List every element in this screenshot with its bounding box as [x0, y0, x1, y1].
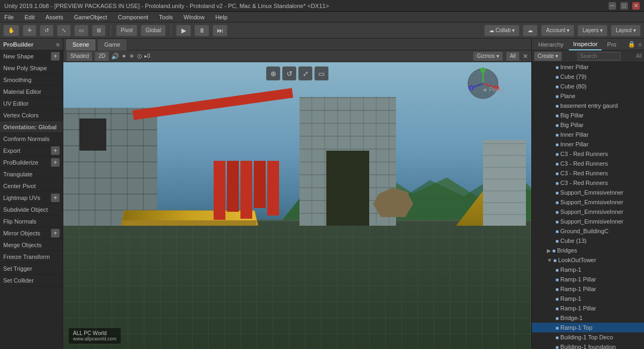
- move-tool[interactable]: ✛: [23, 25, 36, 36]
- rotate-tool[interactable]: ↺: [40, 25, 54, 36]
- transform-tool[interactable]: ⊞: [92, 25, 106, 36]
- hier-cube-13[interactable]: ■ Cube (13): [532, 236, 644, 246]
- hier-support-emm-1[interactable]: ■ Support_EmmisiveInner: [532, 188, 644, 197]
- tab-scene[interactable]: Scene: [65, 39, 96, 50]
- cloud-button[interactable]: ☁: [523, 25, 538, 36]
- menu-file[interactable]: File: [2, 14, 16, 20]
- pb-uv-editor[interactable]: UV Editor: [0, 98, 63, 109]
- scene-lighting-icon[interactable]: ☀: [129, 53, 135, 60]
- vp-tool-rotate[interactable]: ↺: [282, 66, 296, 80]
- pb-new-shape-plus[interactable]: +: [51, 52, 60, 61]
- hier-inner-pillar-2[interactable]: ■ Inner Pillar: [532, 130, 644, 139]
- hier-c3-runners-1[interactable]: ■ C3 - Red Runners: [532, 149, 644, 159]
- hier-bridges[interactable]: ▶ ■ Bridges: [532, 246, 644, 255]
- pb-freeze-transform[interactable]: Freeze Transform: [0, 251, 63, 263]
- hier-ramp-1-top[interactable]: ■ Ramp-1 Top: [532, 323, 644, 332]
- vp-tool-move[interactable]: ⊕: [266, 66, 280, 80]
- pb-set-collider[interactable]: Set Collider: [0, 274, 63, 286]
- pb-triangulate[interactable]: Triangulate: [0, 168, 63, 180]
- rect-tool[interactable]: ▭: [74, 25, 89, 36]
- hier-bridge-1[interactable]: ■ Bridge-1: [532, 313, 644, 323]
- tab-pro[interactable]: Pro: [603, 39, 620, 50]
- pb-merge-objects[interactable]: Merge Objects: [0, 239, 63, 251]
- audio-icon[interactable]: 🔊: [111, 53, 119, 60]
- fx-icon[interactable]: ✦: [121, 53, 127, 60]
- account-button[interactable]: Account ▾: [541, 25, 574, 36]
- pb-mirror-plus[interactable]: +: [51, 229, 60, 237]
- hier-plane[interactable]: ■ Plane: [532, 91, 644, 101]
- layers-button[interactable]: Layers ▾: [577, 25, 608, 36]
- gizmos-button[interactable]: Gizmos ▾: [473, 51, 503, 61]
- hier-support-emm-4[interactable]: ■ Support_EmmisiveInner: [532, 217, 644, 226]
- hier-ramp-1-b[interactable]: ■ Ramp-1: [532, 294, 644, 303]
- menu-window[interactable]: Window: [181, 14, 207, 20]
- close-button[interactable]: ✕: [632, 2, 640, 10]
- pb-export-plus[interactable]: +: [51, 146, 60, 155]
- hier-ramp-1-pillar-3[interactable]: ■ Ramp-1 Pillar: [532, 303, 644, 313]
- panel-lock-icon[interactable]: 🔒: [628, 41, 635, 48]
- pb-lightmap-uvs[interactable]: Lightmap UVs +: [0, 192, 63, 204]
- sky-icon[interactable]: ⊙: [137, 53, 142, 60]
- pb-export[interactable]: Export +: [0, 145, 63, 157]
- step-button[interactable]: ⏭: [213, 25, 228, 36]
- pb-lightmap-plus[interactable]: +: [51, 194, 60, 202]
- shaded-button[interactable]: Shaded: [67, 51, 92, 61]
- pb-conform-normals[interactable]: Conform Normals: [0, 133, 63, 145]
- menu-assets[interactable]: Assets: [43, 14, 65, 20]
- pivot-button[interactable]: Pivot: [116, 25, 137, 36]
- hierarchy-search[interactable]: [577, 52, 620, 61]
- hier-lookout-tower[interactable]: ▼ ■ LookOutTower: [532, 255, 644, 265]
- pb-probuilderize[interactable]: ProBuilderize +: [0, 157, 63, 168]
- pb-set-trigger[interactable]: Set Trigger: [0, 263, 63, 274]
- pb-center-pivot[interactable]: Center Pivot: [0, 180, 63, 192]
- play-button[interactable]: ▶: [176, 25, 191, 36]
- tab-inspector[interactable]: Inspector: [569, 39, 602, 50]
- hier-c3-runners-2[interactable]: ■ C3 - Red Runners: [532, 159, 644, 168]
- 2d-button[interactable]: 2D: [94, 51, 109, 61]
- pb-orientation[interactable]: Orientation: Global: [0, 121, 63, 133]
- hier-support-emm-3[interactable]: ■ Support_EmmisiveInner: [532, 207, 644, 217]
- menu-component[interactable]: Component: [115, 14, 150, 20]
- maximize-button[interactable]: □: [620, 2, 628, 10]
- hier-ramp-1[interactable]: ■ Ramp-1: [532, 265, 644, 274]
- pb-probuilderize-plus[interactable]: +: [51, 158, 60, 167]
- collab-button[interactable]: ☁ Collab ▾: [484, 25, 520, 36]
- vp-tool-scale[interactable]: ⤢: [298, 66, 312, 80]
- hier-big-pillar-2[interactable]: ■ Big Pillar: [532, 120, 644, 130]
- pb-flip-normals[interactable]: Flip Normals: [0, 216, 63, 227]
- menu-edit[interactable]: Edit: [23, 14, 37, 20]
- pb-new-shape[interactable]: New Shape +: [0, 50, 63, 62]
- hier-ramp-1-pillar-2[interactable]: ■ Ramp-1 Pillar: [532, 284, 644, 294]
- scene-close-button[interactable]: ✕: [523, 53, 528, 60]
- hier-cube-79[interactable]: ■ Cube (79): [532, 72, 644, 81]
- menu-gameobject[interactable]: GameObject: [72, 14, 109, 20]
- all-filter-label[interactable]: All: [636, 53, 642, 59]
- tab-hierarchy[interactable]: Hierarchy: [534, 39, 568, 50]
- all-button[interactable]: All: [506, 51, 519, 61]
- hier-ramp-1-pillar-1[interactable]: ■ Ramp-1 Pillar: [532, 274, 644, 284]
- hier-c3-runners-4[interactable]: ■ C3 - Red Runners: [532, 178, 644, 188]
- menu-tools[interactable]: Tools: [157, 14, 175, 20]
- layout-button[interactable]: Layout ▾: [611, 25, 641, 36]
- hier-inner-pillar-3[interactable]: ■ Inner Pillar: [532, 139, 644, 149]
- hier-big-pillar-1[interactable]: ■ Big Pillar: [532, 110, 644, 120]
- pb-smoothing[interactable]: Smoothing: [0, 74, 63, 86]
- vp-tool-rect[interactable]: ▭: [314, 66, 328, 80]
- hier-c3-runners-3[interactable]: ■ C3 - Red Runners: [532, 168, 644, 178]
- hier-cube-80[interactable]: ■ Cube (80): [532, 81, 644, 91]
- menu-help[interactable]: Help: [213, 14, 230, 20]
- pb-subdivide[interactable]: Subdivide Object: [0, 204, 63, 216]
- pb-material-editor[interactable]: Material Editor: [0, 86, 63, 98]
- global-button[interactable]: Global: [141, 25, 166, 36]
- tab-game[interactable]: Game: [97, 39, 127, 50]
- minimize-button[interactable]: ─: [609, 2, 616, 10]
- hand-tool[interactable]: ✋: [3, 25, 19, 36]
- scale-tool[interactable]: ⤡: [57, 25, 71, 36]
- hier-building-top-deco[interactable]: ■ Building-1 Top Deco: [532, 332, 644, 342]
- pause-button[interactable]: ⏸: [194, 25, 209, 36]
- hier-basement-entry[interactable]: ■ basement entry gaurd: [532, 101, 644, 110]
- hier-ground-buildingc[interactable]: ■ Ground_BuildingC: [532, 226, 644, 236]
- create-button[interactable]: Create ▾: [534, 51, 562, 61]
- pb-new-poly-shape[interactable]: New Poly Shape: [0, 62, 63, 74]
- scene-viewport[interactable]: Y X Z ◄ Persp ⊕ ↺ ⤢ ▭: [63, 62, 531, 349]
